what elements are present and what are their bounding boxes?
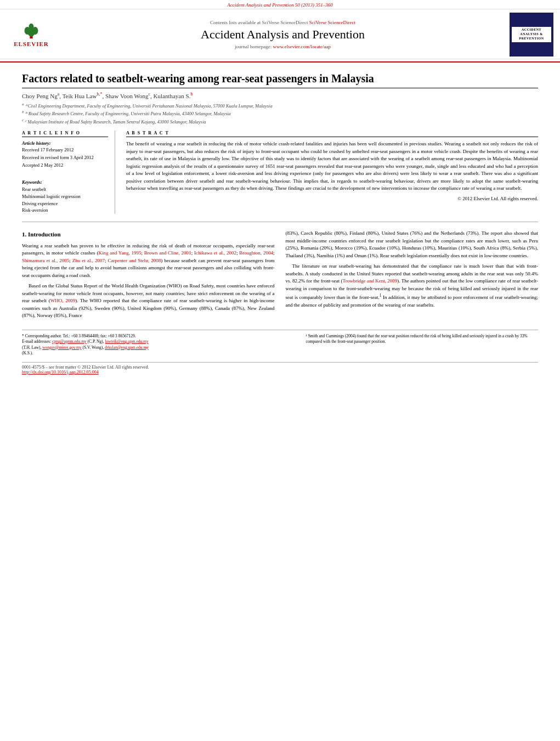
- sciverse-line: Contents lists available at SciVerse Sci…: [56, 20, 510, 25]
- footnote-area: * Corresponding author. Tel.: +60 3 8946…: [22, 330, 538, 357]
- elsevier-tree-icon: [15, 22, 48, 39]
- journal-header: Accident Analysis and Prevention 50 (201…: [0, 0, 560, 63]
- footnote-1-text: ¹ Smith and Cummings (2004) found that t…: [306, 333, 538, 345]
- journal-logo-text: ACCIDENTANALYSIS &PREVENTION: [512, 27, 551, 42]
- email-wongsv[interactable]: wongsv@miros.gov.my: [42, 345, 81, 350]
- ref-broughton[interactable]: Broughton, 2004: [239, 250, 273, 256]
- journal-title-block: Contents lists available at SciVerse Sci…: [56, 20, 510, 49]
- revised-date: Received in revised form 3 April 2012: [22, 155, 108, 161]
- elsevier-logo: ELSEVIER: [7, 21, 56, 48]
- doi-link[interactable]: http://dx.doi.org/10.1016/j.aap.2012.05.…: [22, 370, 99, 375]
- history-label: Article history:: [22, 140, 108, 146]
- footnote-right: ¹ Smith and Cummings (2004) found that t…: [306, 333, 538, 345]
- intro-heading: 1. Introduction: [22, 230, 275, 239]
- body-two-col: 1. Introduction Wearing a rear seatbelt …: [22, 230, 538, 323]
- article-info-panel: A R T I C L E I N F O Article history: R…: [22, 131, 115, 214]
- section-divider: [22, 222, 538, 222]
- footnote-left: * Corresponding author. Tel.: +60 3 8946…: [22, 333, 254, 357]
- svg-point-4: [29, 24, 34, 30]
- journal-logo-right: ACCIDENTANALYSIS &PREVENTION: [510, 13, 553, 56]
- affiliations: a ᵃ Civil Engineering Department, Facult…: [22, 101, 538, 126]
- body-col-right: (83%), Czech Republic (80%), Finland (80…: [286, 230, 539, 323]
- abstract-text: The benefit of wearing a rear seatbelt i…: [126, 140, 538, 193]
- abstract-title: A B S T R A C T: [126, 131, 538, 137]
- journal-citation: Accident Analysis and Prevention 50 (201…: [227, 2, 332, 8]
- abstract-panel: A B S T R A C T The benefit of wearing a…: [126, 131, 538, 214]
- keyword-3: Driving experience: [22, 200, 108, 207]
- intro-para-4: The literature on rear seatbelt-wearing …: [286, 263, 539, 309]
- homepage-link[interactable]: www.elsevier.com/locate/aap: [273, 44, 331, 49]
- copyright-line: © 2012 Elsevier Ltd. All rights reserved…: [126, 196, 538, 201]
- ref-carpenter[interactable]: Carpenter and Stehr, 2008: [108, 258, 161, 263]
- email-lawteik[interactable]: lawteik@eng.upm.edu.my: [105, 339, 148, 344]
- keywords-label: Keywords:: [22, 179, 108, 185]
- keyword-1: Rear seatbelt: [22, 186, 108, 193]
- ref-zhu[interactable]: Zhu et al., 2007: [72, 258, 105, 263]
- ref-trowbridge[interactable]: Trowbridge and Kent, 2009: [343, 278, 398, 284]
- authors-line: Choy Peng Nga, Teik Hua Lawb,*, Shaw Voo…: [22, 92, 538, 99]
- journal-main-title: Accident Analysis and Prevention: [56, 27, 510, 42]
- article-title: Factors related to seatbelt-wearing amon…: [22, 71, 538, 88]
- bottom-info: 0001-4575/$ – see front matter © 2012 El…: [22, 362, 538, 375]
- intro-para-2: Based on the Global Status Report of the…: [22, 282, 275, 320]
- issn-text: 0001-4575/$ – see front matter © 2012 El…: [22, 365, 149, 370]
- article-info-title: A R T I C L E I N F O: [22, 131, 108, 137]
- journal-top-bar: Accident Analysis and Prevention 50 (201…: [0, 0, 560, 9]
- keyword-2: Multinomial logistic regression: [22, 193, 108, 200]
- email-drkulan[interactable]: drkulan@eng.upm.edu.my: [105, 345, 149, 350]
- ref-brown-cline[interactable]: Brown and Cline, 2001: [144, 250, 191, 256]
- sciverse-link[interactable]: SciVerse ScienceDirect: [309, 20, 355, 25]
- ref-king-yang[interactable]: King and Yang, 1995: [98, 250, 141, 256]
- keywords-list: Rear seatbelt Multinomial logistic regre…: [22, 186, 108, 214]
- article-info-abstract-row: A R T I C L E I N F O Article history: R…: [22, 131, 538, 214]
- received-date: Received 17 February 2012: [22, 147, 108, 154]
- body-col-left: 1. Introduction Wearing a rear seatbelt …: [22, 230, 275, 323]
- main-content: Factors related to seatbelt-wearing amon…: [0, 63, 560, 383]
- intro-para-3: (83%), Czech Republic (80%), Finland (80…: [286, 230, 539, 259]
- journal-homepage: journal homepage: www.elsevier.com/locat…: [56, 44, 510, 49]
- accepted-date: Accepted 2 May 2012: [22, 162, 108, 169]
- intro-para-1: Wearing a rear seatbelt has proven to be…: [22, 242, 275, 280]
- email-cpng[interactable]: cpng@upnm.edu.my: [52, 339, 87, 344]
- ref-ichikawa[interactable]: Ichikawa et al., 2002: [194, 250, 236, 256]
- ref-who[interactable]: WHO, 2009: [50, 298, 75, 303]
- elsevier-wordmark: ELSEVIER: [14, 41, 49, 47]
- ref-shimamura[interactable]: Shimamura et al., 2005: [22, 258, 69, 263]
- journal-banner: ELSEVIER Contents lists available at Sci…: [0, 9, 560, 59]
- keyword-4: Risk-aversion: [22, 207, 108, 214]
- corresponding-note: * Corresponding author. Tel.: +60 3 8946…: [22, 333, 254, 357]
